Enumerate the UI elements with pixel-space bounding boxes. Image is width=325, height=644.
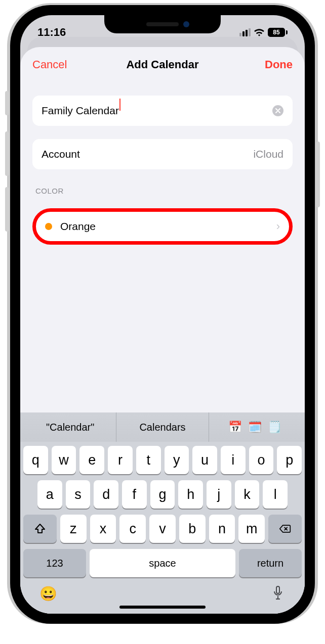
key-o[interactable]: o — [249, 446, 274, 474]
keyboard-bottom-bar: 😀 — [20, 583, 305, 601]
key-g[interactable]: g — [150, 480, 175, 509]
battery-icon: 85 — [268, 28, 288, 37]
predictive-bar: "Calendar" Calendars 📅 🗓️ 🗒️ — [20, 412, 305, 442]
keyboard-area: "Calendar" Calendars 📅 🗓️ 🗒️ qwertyuiop … — [20, 412, 305, 614]
cancel-button[interactable]: Cancel — [32, 58, 67, 71]
battery-percent: 85 — [273, 29, 279, 35]
return-key[interactable]: return — [239, 549, 302, 577]
account-group: Account iCloud — [32, 139, 293, 169]
color-row[interactable]: Orange › — [36, 212, 289, 241]
calendar-emoji-2[interactable]: 🗓️ — [245, 421, 265, 434]
key-t[interactable]: t — [136, 446, 161, 474]
phone-frame: 11:16 85 Cancel Add Calendar Done — [10, 5, 315, 624]
color-swatch-icon — [45, 223, 52, 230]
key-x[interactable]: x — [90, 515, 116, 543]
key-p[interactable]: p — [277, 446, 302, 474]
keyboard: qwertyuiop asdfghjkl zxcvbnm 123 space — [20, 442, 305, 577]
key-r[interactable]: r — [108, 446, 133, 474]
calendar-emoji-3[interactable]: 🗒️ — [265, 421, 285, 434]
key-w[interactable]: w — [52, 446, 76, 474]
home-indicator[interactable] — [119, 606, 206, 609]
key-m[interactable]: m — [238, 515, 265, 543]
key-e[interactable]: e — [79, 446, 104, 474]
shift-key[interactable] — [23, 515, 57, 543]
key-d[interactable]: d — [94, 480, 118, 509]
color-section-label: COLOR — [35, 187, 290, 195]
space-key[interactable]: space — [90, 549, 235, 577]
key-j[interactable]: j — [207, 480, 231, 509]
navbar: Cancel Add Calendar Done — [20, 47, 305, 80]
key-c[interactable]: c — [119, 515, 146, 543]
calendar-name-group: Family Calendar — [32, 96, 293, 126]
key-v[interactable]: v — [149, 515, 176, 543]
key-q[interactable]: q — [23, 446, 48, 474]
key-l[interactable]: l — [263, 480, 288, 509]
numbers-key[interactable]: 123 — [23, 549, 86, 577]
notch — [104, 15, 221, 33]
key-s[interactable]: s — [66, 480, 91, 509]
color-name: Orange — [60, 220, 96, 233]
key-n[interactable]: n — [209, 515, 235, 543]
cell-signal-icon — [239, 28, 251, 36]
wifi-icon — [254, 28, 265, 37]
calendar-emoji-1[interactable]: 📅 — [225, 421, 245, 434]
backspace-key[interactable] — [268, 515, 302, 543]
key-f[interactable]: f — [122, 480, 147, 509]
account-row[interactable]: Account iCloud — [32, 139, 293, 169]
svg-rect-0 — [276, 586, 279, 593]
emoji-keyboard-icon[interactable]: 😀 — [39, 585, 55, 601]
key-i[interactable]: i — [221, 446, 246, 474]
predictive-suggestion-1[interactable]: "Calendar" — [24, 412, 116, 442]
dictation-icon[interactable] — [270, 585, 286, 601]
calendar-name-row[interactable]: Family Calendar — [32, 96, 293, 126]
color-group: Orange › — [32, 208, 293, 245]
done-button[interactable]: Done — [265, 58, 293, 71]
key-u[interactable]: u — [192, 446, 217, 474]
status-time: 11:16 — [37, 26, 66, 39]
key-z[interactable]: z — [60, 515, 87, 543]
chevron-right-icon: › — [276, 220, 280, 233]
account-label: Account — [42, 148, 80, 160]
key-b[interactable]: b — [179, 515, 206, 543]
predictive-emoji-group[interactable]: 📅 🗓️ 🗒️ — [209, 412, 301, 442]
key-a[interactable]: a — [37, 480, 62, 509]
predictive-suggestion-2[interactable]: Calendars — [116, 412, 209, 442]
key-y[interactable]: y — [165, 446, 189, 474]
account-value: iCloud — [253, 148, 283, 160]
key-k[interactable]: k — [235, 480, 260, 509]
clear-text-icon[interactable] — [272, 105, 283, 116]
key-h[interactable]: h — [178, 480, 203, 509]
add-calendar-sheet: Cancel Add Calendar Done Family Calendar — [20, 47, 305, 614]
